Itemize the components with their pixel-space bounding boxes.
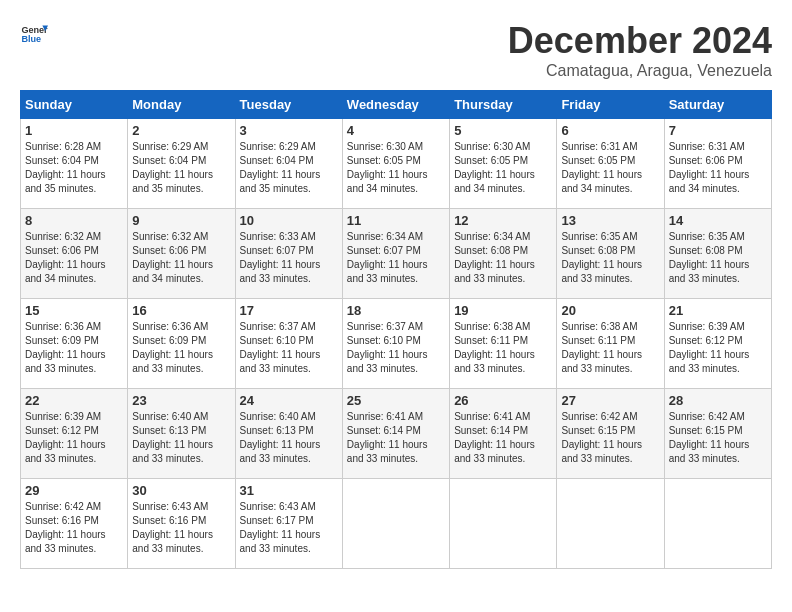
column-header-thursday: Thursday bbox=[450, 91, 557, 119]
day-info: Sunrise: 6:36 AMSunset: 6:09 PMDaylight:… bbox=[25, 321, 106, 374]
day-number: 5 bbox=[454, 123, 552, 138]
day-info: Sunrise: 6:29 AMSunset: 6:04 PMDaylight:… bbox=[240, 141, 321, 194]
day-info: Sunrise: 6:38 AMSunset: 6:11 PMDaylight:… bbox=[561, 321, 642, 374]
day-number: 6 bbox=[561, 123, 659, 138]
calendar-cell bbox=[342, 479, 449, 569]
calendar-cell: 19 Sunrise: 6:38 AMSunset: 6:11 PMDaylig… bbox=[450, 299, 557, 389]
day-info: Sunrise: 6:34 AMSunset: 6:08 PMDaylight:… bbox=[454, 231, 535, 284]
day-number: 25 bbox=[347, 393, 445, 408]
calendar-cell bbox=[664, 479, 771, 569]
day-number: 9 bbox=[132, 213, 230, 228]
day-info: Sunrise: 6:34 AMSunset: 6:07 PMDaylight:… bbox=[347, 231, 428, 284]
calendar-cell: 5 Sunrise: 6:30 AMSunset: 6:05 PMDayligh… bbox=[450, 119, 557, 209]
day-number: 15 bbox=[25, 303, 123, 318]
location-title: Camatagua, Aragua, Venezuela bbox=[508, 62, 772, 80]
day-info: Sunrise: 6:39 AMSunset: 6:12 PMDaylight:… bbox=[25, 411, 106, 464]
calendar-cell: 31 Sunrise: 6:43 AMSunset: 6:17 PMDaylig… bbox=[235, 479, 342, 569]
calendar-cell: 12 Sunrise: 6:34 AMSunset: 6:08 PMDaylig… bbox=[450, 209, 557, 299]
day-number: 17 bbox=[240, 303, 338, 318]
day-info: Sunrise: 6:30 AMSunset: 6:05 PMDaylight:… bbox=[347, 141, 428, 194]
day-info: Sunrise: 6:30 AMSunset: 6:05 PMDaylight:… bbox=[454, 141, 535, 194]
day-info: Sunrise: 6:33 AMSunset: 6:07 PMDaylight:… bbox=[240, 231, 321, 284]
day-info: Sunrise: 6:37 AMSunset: 6:10 PMDaylight:… bbox=[347, 321, 428, 374]
calendar-cell: 8 Sunrise: 6:32 AMSunset: 6:06 PMDayligh… bbox=[21, 209, 128, 299]
column-header-monday: Monday bbox=[128, 91, 235, 119]
month-title: December 2024 bbox=[508, 20, 772, 62]
calendar-cell: 18 Sunrise: 6:37 AMSunset: 6:10 PMDaylig… bbox=[342, 299, 449, 389]
day-info: Sunrise: 6:32 AMSunset: 6:06 PMDaylight:… bbox=[25, 231, 106, 284]
day-info: Sunrise: 6:29 AMSunset: 6:04 PMDaylight:… bbox=[132, 141, 213, 194]
day-info: Sunrise: 6:43 AMSunset: 6:17 PMDaylight:… bbox=[240, 501, 321, 554]
day-info: Sunrise: 6:37 AMSunset: 6:10 PMDaylight:… bbox=[240, 321, 321, 374]
day-number: 28 bbox=[669, 393, 767, 408]
page-header: General Blue December 2024 Camatagua, Ar… bbox=[20, 20, 772, 80]
day-number: 30 bbox=[132, 483, 230, 498]
calendar-cell bbox=[557, 479, 664, 569]
calendar-week-row: 15 Sunrise: 6:36 AMSunset: 6:09 PMDaylig… bbox=[21, 299, 772, 389]
day-info: Sunrise: 6:41 AMSunset: 6:14 PMDaylight:… bbox=[347, 411, 428, 464]
day-info: Sunrise: 6:39 AMSunset: 6:12 PMDaylight:… bbox=[669, 321, 750, 374]
calendar-cell: 13 Sunrise: 6:35 AMSunset: 6:08 PMDaylig… bbox=[557, 209, 664, 299]
calendar-cell: 15 Sunrise: 6:36 AMSunset: 6:09 PMDaylig… bbox=[21, 299, 128, 389]
column-header-tuesday: Tuesday bbox=[235, 91, 342, 119]
column-header-sunday: Sunday bbox=[21, 91, 128, 119]
day-info: Sunrise: 6:38 AMSunset: 6:11 PMDaylight:… bbox=[454, 321, 535, 374]
day-info: Sunrise: 6:28 AMSunset: 6:04 PMDaylight:… bbox=[25, 141, 106, 194]
day-number: 27 bbox=[561, 393, 659, 408]
day-info: Sunrise: 6:40 AMSunset: 6:13 PMDaylight:… bbox=[132, 411, 213, 464]
calendar-cell: 4 Sunrise: 6:30 AMSunset: 6:05 PMDayligh… bbox=[342, 119, 449, 209]
day-number: 19 bbox=[454, 303, 552, 318]
calendar-cell: 23 Sunrise: 6:40 AMSunset: 6:13 PMDaylig… bbox=[128, 389, 235, 479]
day-info: Sunrise: 6:35 AMSunset: 6:08 PMDaylight:… bbox=[669, 231, 750, 284]
day-number: 12 bbox=[454, 213, 552, 228]
calendar-cell: 9 Sunrise: 6:32 AMSunset: 6:06 PMDayligh… bbox=[128, 209, 235, 299]
day-number: 20 bbox=[561, 303, 659, 318]
day-number: 18 bbox=[347, 303, 445, 318]
calendar-cell: 29 Sunrise: 6:42 AMSunset: 6:16 PMDaylig… bbox=[21, 479, 128, 569]
day-number: 8 bbox=[25, 213, 123, 228]
calendar-cell: 30 Sunrise: 6:43 AMSunset: 6:16 PMDaylig… bbox=[128, 479, 235, 569]
title-section: December 2024 Camatagua, Aragua, Venezue… bbox=[508, 20, 772, 80]
day-number: 10 bbox=[240, 213, 338, 228]
calendar-week-row: 1 Sunrise: 6:28 AMSunset: 6:04 PMDayligh… bbox=[21, 119, 772, 209]
calendar-cell: 2 Sunrise: 6:29 AMSunset: 6:04 PMDayligh… bbox=[128, 119, 235, 209]
day-info: Sunrise: 6:31 AMSunset: 6:05 PMDaylight:… bbox=[561, 141, 642, 194]
calendar-header-row: SundayMondayTuesdayWednesdayThursdayFrid… bbox=[21, 91, 772, 119]
column-header-friday: Friday bbox=[557, 91, 664, 119]
calendar-cell: 28 Sunrise: 6:42 AMSunset: 6:15 PMDaylig… bbox=[664, 389, 771, 479]
calendar-cell: 21 Sunrise: 6:39 AMSunset: 6:12 PMDaylig… bbox=[664, 299, 771, 389]
day-number: 7 bbox=[669, 123, 767, 138]
calendar-cell: 24 Sunrise: 6:40 AMSunset: 6:13 PMDaylig… bbox=[235, 389, 342, 479]
calendar-cell: 27 Sunrise: 6:42 AMSunset: 6:15 PMDaylig… bbox=[557, 389, 664, 479]
day-info: Sunrise: 6:36 AMSunset: 6:09 PMDaylight:… bbox=[132, 321, 213, 374]
svg-text:Blue: Blue bbox=[21, 34, 41, 44]
calendar-table: SundayMondayTuesdayWednesdayThursdayFrid… bbox=[20, 90, 772, 569]
day-number: 24 bbox=[240, 393, 338, 408]
day-number: 2 bbox=[132, 123, 230, 138]
logo-icon: General Blue bbox=[20, 20, 48, 48]
day-number: 22 bbox=[25, 393, 123, 408]
day-info: Sunrise: 6:35 AMSunset: 6:08 PMDaylight:… bbox=[561, 231, 642, 284]
calendar-cell: 20 Sunrise: 6:38 AMSunset: 6:11 PMDaylig… bbox=[557, 299, 664, 389]
day-info: Sunrise: 6:42 AMSunset: 6:15 PMDaylight:… bbox=[561, 411, 642, 464]
day-number: 21 bbox=[669, 303, 767, 318]
day-number: 14 bbox=[669, 213, 767, 228]
calendar-cell bbox=[450, 479, 557, 569]
day-info: Sunrise: 6:40 AMSunset: 6:13 PMDaylight:… bbox=[240, 411, 321, 464]
calendar-cell: 1 Sunrise: 6:28 AMSunset: 6:04 PMDayligh… bbox=[21, 119, 128, 209]
day-number: 11 bbox=[347, 213, 445, 228]
calendar-cell: 10 Sunrise: 6:33 AMSunset: 6:07 PMDaylig… bbox=[235, 209, 342, 299]
day-number: 23 bbox=[132, 393, 230, 408]
day-info: Sunrise: 6:31 AMSunset: 6:06 PMDaylight:… bbox=[669, 141, 750, 194]
calendar-cell: 16 Sunrise: 6:36 AMSunset: 6:09 PMDaylig… bbox=[128, 299, 235, 389]
calendar-cell: 25 Sunrise: 6:41 AMSunset: 6:14 PMDaylig… bbox=[342, 389, 449, 479]
day-info: Sunrise: 6:32 AMSunset: 6:06 PMDaylight:… bbox=[132, 231, 213, 284]
calendar-cell: 17 Sunrise: 6:37 AMSunset: 6:10 PMDaylig… bbox=[235, 299, 342, 389]
calendar-cell: 11 Sunrise: 6:34 AMSunset: 6:07 PMDaylig… bbox=[342, 209, 449, 299]
calendar-cell: 22 Sunrise: 6:39 AMSunset: 6:12 PMDaylig… bbox=[21, 389, 128, 479]
day-number: 31 bbox=[240, 483, 338, 498]
calendar-week-row: 29 Sunrise: 6:42 AMSunset: 6:16 PMDaylig… bbox=[21, 479, 772, 569]
calendar-cell: 3 Sunrise: 6:29 AMSunset: 6:04 PMDayligh… bbox=[235, 119, 342, 209]
calendar-cell: 6 Sunrise: 6:31 AMSunset: 6:05 PMDayligh… bbox=[557, 119, 664, 209]
day-number: 16 bbox=[132, 303, 230, 318]
